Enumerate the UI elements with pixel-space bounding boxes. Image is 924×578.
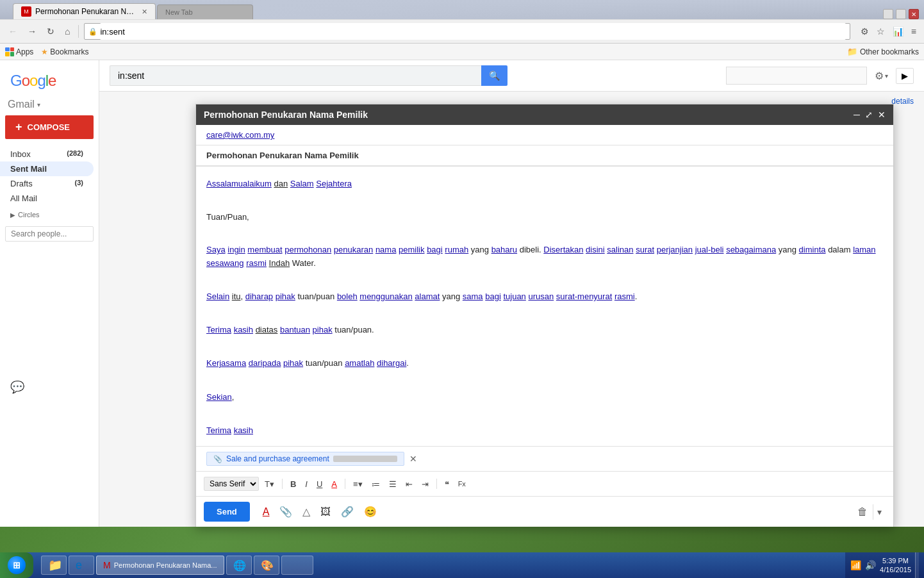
toolbar-text-color-btn[interactable]: A [328,478,340,490]
sidebar-item-inbox[interactable]: Inbox (282) [0,147,94,161]
taskbar-item-ie[interactable]: e [69,556,94,575]
folder-taskbar-icon: 📁 [48,558,62,572]
ie-taskbar-icon: e [76,559,82,572]
compose-subject-field: Permohonan Penukaran Nama Pemilik [196,145,893,166]
taskbar-item-folder[interactable]: 📁 [41,556,67,575]
send-button[interactable]: Send [204,502,250,522]
send-text-color-btn[interactable]: A [260,504,272,520]
toolbar-indent-less-btn[interactable]: ⇤ [402,478,416,490]
sidebar-item-all-mail[interactable]: All Mail [0,191,94,206]
menu-icon[interactable]: ≡ [909,25,919,38]
window-maximize-btn[interactable] [896,9,906,19]
taskbar-item-gmail[interactable]: M Permohonan Penukaran Nama... [96,556,224,575]
active-tab[interactable]: M Permohonan Penukaran Nama P... ✕ [13,3,156,19]
paint-taskbar-icon: 🎨 [261,559,274,572]
inbox-count: (282) [67,149,83,159]
back-button[interactable]: ← [5,25,21,38]
start-button[interactable]: ⊞ [0,552,33,578]
sidebar-circles[interactable]: ▶ Circles [0,206,99,221]
settings-icon: ⚙ [875,70,884,82]
gmail-account[interactable]: Gmail ▾ [0,99,99,115]
body-para-1: Saya ingin membuat permohonan penukaran … [206,244,883,270]
toolbar-underline-btn[interactable]: U [313,478,326,490]
windows-orb: ⊞ [8,556,26,574]
toolbar-italic-btn[interactable]: I [302,478,311,490]
compose-button[interactable]: + COMPOSE [5,115,94,139]
compose-minimize-btn[interactable]: ─ [854,110,860,120]
drafts-label: Drafts [10,179,33,188]
expand-btn[interactable]: ▶ [896,68,914,84]
address-input[interactable] [100,23,845,40]
drafts-count: (3) [75,179,83,188]
window-restore-btn[interactable] [883,9,893,19]
network-tray-icon[interactable]: 📶 [850,560,861,570]
google-logo: Google [0,65,99,99]
font-select[interactable]: Sans Serif [204,477,259,491]
send-drive-btn[interactable]: △ [300,503,313,520]
other-bookmarks[interactable]: 📁 Other bookmarks [847,47,919,56]
secondary-search-input[interactable] [726,67,867,85]
toolbar-sep-1 [282,479,283,489]
window-close-btn[interactable]: ✕ [909,9,919,19]
sun-taskbar-icon: 🌐 [233,559,246,572]
settings-btn[interactable]: ⚙ ▾ [872,67,891,85]
send-attach-btn[interactable]: 📎 [277,503,295,520]
extensions-icon[interactable]: ⚙ [858,25,871,38]
tray-time[interactable]: 5:39 PM 4/16/2015 [880,556,911,575]
search-button[interactable]: 🔍 [481,65,507,86]
chat-icon[interactable]: 💬 [10,381,24,393]
toolbar-bullet-list-btn[interactable]: ☰ [386,478,400,490]
sidebar-item-sent[interactable]: Sent Mail [0,161,94,176]
compose-subject-value: Permohonan Penukaran Nama Pemilik [206,151,359,160]
body-line-6 [206,306,883,320]
compose-close-btn[interactable]: ✕ [878,110,886,120]
send-delete-btn[interactable]: 🗑 [857,506,868,518]
attachment-chip[interactable]: 📎 Sale and purchase agreement [206,452,404,466]
taskbar-gmail-label: Permohonan Penukaran Nama... [114,561,217,569]
toolbar-numbered-list-btn[interactable]: ≔ [368,478,383,490]
sidebar-item-drafts[interactable]: Drafts (3) [0,176,94,191]
inactive-tab[interactable]: New Tab [157,4,253,19]
send-photo-btn[interactable]: 🖼 [318,504,333,520]
toolbar-sep-3 [436,479,437,489]
folder-icon: 📁 [847,47,857,56]
forward-button[interactable]: → [24,25,40,38]
compose-body[interactable]: Assalamualaikum dan Salam Sejahtera Tuan… [196,167,893,446]
bookmark-star-icon[interactable]: ☆ [874,25,887,38]
apps-link[interactable]: Apps [5,47,33,56]
tab-title: Permohonan Penukaran Nama P... [35,7,138,16]
toolbar-quote-btn[interactable]: ❝ [441,478,452,490]
compose-maximize-btn[interactable]: ⤢ [865,110,873,120]
body-line-2 [206,194,883,208]
details-link[interactable]: details [891,97,914,106]
system-tray: 📶 🔊 5:39 PM 4/16/2015 [845,552,924,578]
volume-tray-icon[interactable]: 🔊 [865,560,876,570]
tab-close-btn[interactable]: ✕ [142,8,147,16]
attachment-remove-btn[interactable]: ✕ [409,454,417,464]
home-button[interactable]: ⌂ [62,25,73,38]
toolbar-remove-format-btn[interactable]: Fx [455,479,469,489]
send-more-btn[interactable]: ▾ [873,504,886,520]
toolbar-bold-btn[interactable]: B [287,478,299,490]
reload-button[interactable]: ↻ [44,25,58,38]
toolbar-align-btn[interactable]: ≡▾ [350,478,366,490]
taskbar-item-unknown1[interactable]: 🌐 [226,556,252,575]
send-link-btn[interactable]: 🔗 [338,503,356,520]
search-input[interactable] [110,65,481,86]
show-desktop-btn[interactable] [915,552,919,578]
attachment-icon: 📎 [213,455,222,463]
tray-date: 4/16/2015 [880,565,911,574]
attachment-progress [333,456,397,462]
compose-to-value: care@iwk.com.my [206,130,274,140]
taskbar-item-empty[interactable] [281,556,313,575]
bookmarks-link[interactable]: ★ Bookmarks [41,47,88,56]
lock-icon: 🔒 [88,28,97,36]
chart-icon[interactable]: 📊 [890,25,906,38]
windows-logo-icon: ⊞ [13,560,21,570]
toolbar-size-btn[interactable]: T▾ [261,478,277,490]
compose-title: Permohonan Penukaran Nama Pemilik [204,110,368,120]
search-people-input[interactable] [5,226,94,242]
send-emoji-btn[interactable]: 😊 [361,503,379,520]
taskbar-item-unknown2[interactable]: 🎨 [254,556,279,575]
toolbar-indent-more-btn[interactable]: ⇥ [418,478,432,490]
